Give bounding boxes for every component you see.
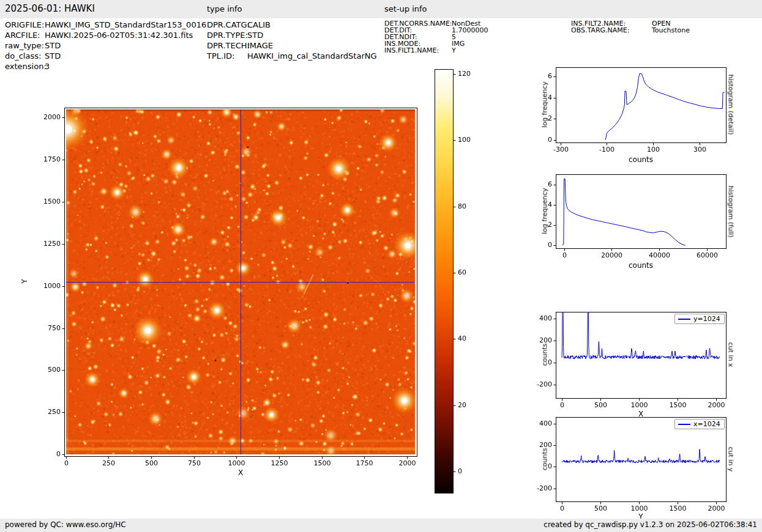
metadata-row: DPR.TYPE:STD bbox=[207, 31, 263, 40]
metadata-row: ARCFILE:HAWKI.2025-06-02T05:31:42.301.fi… bbox=[5, 31, 193, 40]
metadata-value: IMAGE bbox=[247, 41, 273, 50]
star-field-image bbox=[18, 98, 435, 477]
metadata-label: raw_type: bbox=[5, 41, 45, 50]
metadata-row: raw_type:STD bbox=[5, 41, 61, 50]
cut-y-ylabel: counts bbox=[541, 448, 549, 471]
metadata-value: Touchstone bbox=[652, 26, 690, 34]
hist-full-xlabel: counts bbox=[629, 261, 653, 270]
metadata-row: TPL.ID:HAWKI_img_cal_StandardStarNG bbox=[207, 51, 377, 61]
cut-x-ylabel: counts bbox=[541, 344, 549, 366]
metadata-row: do_class:STD bbox=[5, 51, 61, 61]
metadata-label: extension: bbox=[5, 62, 45, 71]
metadata-value: Y bbox=[452, 46, 456, 54]
hist-detail-xlabel: counts bbox=[629, 155, 653, 164]
metadata-value: 1.7000000 bbox=[452, 26, 488, 34]
metadata-value: HAWKI_img_cal_StandardStarNG bbox=[247, 51, 377, 61]
metadata-label: INS.FILT1.NAME: bbox=[384, 46, 452, 54]
metadata-value: STD bbox=[45, 51, 61, 61]
metadata-label: ORIGFILE: bbox=[5, 20, 45, 29]
hist-full-title: histogram (full) bbox=[727, 186, 735, 238]
metadata-label: DPR.CATG: bbox=[207, 20, 247, 29]
histogram-detail-plot bbox=[526, 60, 734, 167]
metadata-row: ORIGFILE:HAWKI_IMG_STD_StandardStar153_0… bbox=[5, 20, 206, 29]
type-info-heading: type info bbox=[207, 4, 242, 13]
qc-report-page: 2025-06-01: HAWKI type info set-up info … bbox=[0, 0, 762, 532]
metadata-value: HAWKI_IMG_STD_StandardStar153_0016 bbox=[45, 20, 206, 29]
hist-full-ylabel: log frequency bbox=[541, 188, 549, 234]
metadata-row: extension:3 bbox=[5, 62, 50, 71]
cut-x-legend: y=1024 bbox=[674, 314, 725, 324]
legend-label: y=1024 bbox=[693, 315, 720, 323]
metadata-label: ARCFILE: bbox=[5, 31, 45, 40]
metadata-label: do_class: bbox=[5, 51, 45, 61]
header-bar: 2025-06-01: HAWKI type info set-up info bbox=[0, 0, 762, 18]
metadata-value: STD bbox=[45, 41, 61, 50]
metadata-value: 3 bbox=[45, 62, 50, 71]
metadata-row: OBS.TARG.NAME:Touchstone bbox=[571, 26, 690, 34]
page-title: 2025-06-01: HAWKI bbox=[5, 3, 95, 14]
histogram-full-plot bbox=[526, 167, 734, 274]
footer-right-text: created by qc_rawdisp.py v1.2.3 on 2025-… bbox=[543, 520, 757, 529]
footer-left-text: powered by QC: www.eso.org/HC bbox=[5, 520, 126, 529]
footer-bar: powered by QC: www.eso.org/HC created by… bbox=[0, 519, 762, 532]
metadata-row: INS.FILT1.NAME:Y bbox=[384, 46, 456, 54]
hist-detail-title: histogram (detail) bbox=[727, 75, 735, 135]
metadata-value: CALIB bbox=[247, 20, 271, 29]
metadata-label: DPR.TECH: bbox=[207, 41, 247, 50]
main-yaxis-label: Y bbox=[20, 279, 29, 283]
metadata-row: DPR.CATG:CALIB bbox=[207, 20, 271, 29]
hist-detail-ylabel: log frequency bbox=[541, 81, 549, 127]
cut-y-title: cut in y bbox=[727, 447, 735, 472]
metadata-label: TPL.ID: bbox=[207, 51, 247, 61]
metadata-row: DPR.TECH:IMAGE bbox=[207, 41, 273, 50]
legend-label: x=1024 bbox=[693, 420, 720, 428]
colorbar bbox=[428, 64, 487, 501]
metadata-label: OBS.TARG.NAME: bbox=[571, 26, 652, 34]
legend-line-sample bbox=[678, 424, 690, 425]
metadata-label: DPR.TYPE: bbox=[207, 31, 247, 40]
setup-info-heading: set-up info bbox=[384, 4, 427, 13]
cut-y-legend: x=1024 bbox=[674, 419, 725, 429]
metadata-value: STD bbox=[247, 31, 263, 40]
main-xaxis-label: X bbox=[238, 468, 243, 477]
legend-line-sample bbox=[678, 319, 690, 320]
cut-x-title: cut in x bbox=[727, 342, 735, 368]
metadata-value: HAWKI.2025-06-02T05:31:42.301.fits bbox=[45, 31, 193, 40]
